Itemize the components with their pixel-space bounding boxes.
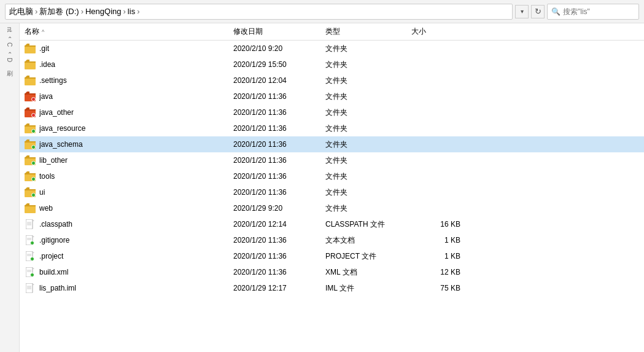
- svg-rect-50: [26, 283, 33, 293]
- table-row[interactable]: .git2020/2/10 9:20文件夹: [20, 41, 644, 57]
- file-icon: [25, 59, 36, 70]
- svg-rect-32: [25, 205, 36, 206]
- table-row[interactable]: lis_path.iml2020/1/29 12:17IML 文件75 KB: [20, 280, 644, 296]
- file-name: web: [39, 204, 233, 213]
- file-date: 2020/1/20 11:36: [233, 252, 325, 260]
- file-icon: [25, 251, 36, 262]
- sort-arrow-icon: ^: [42, 29, 44, 35]
- file-size: 1 KB: [411, 236, 460, 244]
- sidebar-item-refresh[interactable]: 刷: [6, 65, 14, 67]
- file-icon: [25, 139, 36, 150]
- file-date: 2020/1/20 11:36: [233, 268, 325, 276]
- table-row[interactable]: tools2020/1/20 11:36文件夹: [20, 168, 644, 184]
- search-icon: 🔍: [551, 7, 561, 16]
- file-icon: [25, 203, 36, 214]
- file-date: 2020/1/20 12:04: [233, 76, 325, 85]
- svg-marker-39: [33, 235, 34, 237]
- table-row[interactable]: web2020/1/29 9:20文件夹: [20, 200, 644, 216]
- svg-rect-20: [25, 141, 36, 143]
- file-icon: [25, 187, 36, 198]
- table-row[interactable]: lib_other2020/1/20 11:36文件夹: [20, 152, 644, 168]
- column-type-header[interactable]: 类型: [325, 26, 411, 37]
- file-type: 文件夹: [325, 139, 411, 150]
- file-name: tools: [39, 172, 233, 181]
- table-row[interactable]: java_other2020/1/20 11:36文件夹: [20, 104, 644, 120]
- table-row[interactable]: build.xml2020/1/20 11:36XML 文档12 KB: [20, 264, 644, 280]
- column-date-header[interactable]: 修改日期: [233, 26, 325, 37]
- svg-rect-33: [26, 219, 33, 229]
- file-type: CLASSPATH 文件: [325, 219, 411, 230]
- file-type: 文件夹: [325, 203, 411, 214]
- file-name: java_other: [39, 108, 233, 117]
- file-icon: [25, 267, 36, 278]
- file-icon: [25, 235, 36, 246]
- file-list[interactable]: .git2020/2/10 9:20文件夹 .idea2020/1/29 15:…: [20, 41, 644, 352]
- search-input[interactable]: [563, 7, 630, 16]
- search-box[interactable]: 🔍: [547, 4, 639, 20]
- file-icon: [25, 91, 36, 102]
- file-name: java_schema: [39, 140, 233, 149]
- file-icon: [25, 219, 36, 230]
- file-date: 2020/1/20 11:36: [233, 172, 325, 181]
- table-row[interactable]: .settings2020/1/20 12:04文件夹: [20, 72, 644, 88]
- sidebar-item-c[interactable]: ⌃C: [6, 34, 13, 48]
- svg-rect-11: [25, 93, 36, 95]
- file-name: java_resource: [39, 124, 233, 133]
- breadcrumb-hengqing[interactable]: HengQing: [85, 7, 122, 16]
- refresh-button[interactable]: ↻: [531, 5, 545, 18]
- file-type: 文件夹: [325, 60, 411, 70]
- breadcrumb-sep-4: ›: [137, 7, 139, 16]
- sidebar-item-d[interactable]: ⌃D: [6, 50, 13, 63]
- file-name: .gitignore: [39, 236, 233, 244]
- table-row[interactable]: .project2020/1/20 11:36PROJECT 文件1 KB: [20, 248, 644, 264]
- svg-rect-17: [25, 125, 36, 127]
- file-size: 1 KB: [411, 252, 460, 260]
- breadcrumb-drive[interactable]: 新加卷 (D:): [39, 6, 79, 17]
- svg-rect-29: [25, 189, 36, 190]
- table-row[interactable]: java_resource2020/1/20 11:36文件夹: [20, 120, 644, 136]
- svg-rect-23: [25, 157, 36, 158]
- file-type: 文件夹: [325, 92, 411, 102]
- file-name: build.xml: [39, 268, 233, 276]
- file-area: 名称 ^ 修改日期 类型 大小 .git2020/2/10 9:20文件夹 .i…: [20, 23, 644, 352]
- file-name: .project: [39, 252, 233, 260]
- svg-rect-5: [25, 61, 36, 63]
- file-date: 2020/1/20 11:36: [233, 140, 325, 149]
- table-row[interactable]: .gitignore2020/1/20 11:36文本文档1 KB: [20, 232, 644, 248]
- file-name: .git: [39, 44, 233, 53]
- breadcrumb-sep-1: ›: [35, 7, 37, 16]
- breadcrumb-container[interactable]: 此电脑 › 新加卷 (D:) › HengQing › lis ›: [5, 4, 513, 20]
- column-name-label: 名称: [25, 26, 39, 37]
- file-date: 2020/2/10 9:20: [233, 44, 325, 53]
- file-date: 2020/1/29 15:50: [233, 60, 325, 69]
- file-name: lib_other: [39, 156, 233, 165]
- file-icon: [25, 43, 36, 54]
- file-type: 文件夹: [325, 44, 411, 54]
- breadcrumb-thispc[interactable]: 此电脑: [9, 6, 33, 17]
- table-row[interactable]: .classpath2020/1/20 12:14CLASSPATH 文件16 …: [20, 216, 644, 232]
- table-row[interactable]: java2020/1/20 11:36文件夹: [20, 88, 644, 104]
- table-row[interactable]: ui2020/1/20 11:36文件夹: [20, 184, 644, 200]
- file-date: 2020/1/29 9:20: [233, 204, 325, 213]
- file-name: java: [39, 92, 233, 101]
- file-icon: [25, 107, 36, 118]
- file-name: lis_path.iml: [39, 284, 233, 292]
- svg-marker-34: [33, 219, 34, 221]
- file-icon: [25, 171, 36, 182]
- file-date: 2020/1/20 11:36: [233, 108, 325, 117]
- table-row[interactable]: .idea2020/1/29 15:50文件夹: [20, 57, 644, 72]
- dropdown-chevron-button[interactable]: ▾: [515, 5, 529, 18]
- breadcrumb-lis[interactable]: lis: [128, 7, 135, 16]
- file-size: 12 KB: [411, 268, 460, 276]
- file-date: 2020/1/29 12:17: [233, 284, 325, 292]
- column-date-label: 修改日期: [233, 27, 263, 36]
- table-row[interactable]: java_schema2020/1/20 11:36文件夹: [20, 136, 644, 152]
- column-size-header[interactable]: 大小: [411, 26, 460, 37]
- file-name: .settings: [39, 76, 233, 85]
- file-type: 文件夹: [325, 171, 411, 182]
- file-type: PROJECT 文件: [325, 251, 411, 262]
- file-icon: [25, 75, 36, 86]
- sidebar-item-nt[interactable]: nt: [6, 26, 13, 33]
- file-type: IML 文件: [325, 283, 411, 294]
- column-name-header[interactable]: 名称 ^: [25, 26, 233, 37]
